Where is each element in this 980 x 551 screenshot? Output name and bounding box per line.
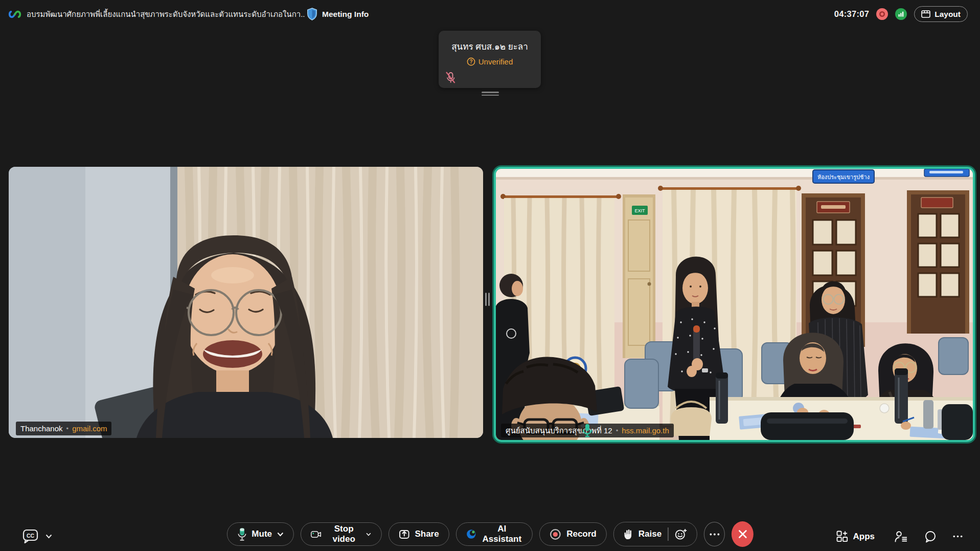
layout-button[interactable]: Layout — [914, 6, 968, 22]
divider — [668, 527, 669, 541]
chat-bubble-icon — [924, 531, 937, 543]
corner-sign — [924, 169, 969, 177]
mute-button[interactable]: Mute — [226, 522, 294, 546]
webex-logo-icon — [8, 8, 21, 21]
reactions-button[interactable] — [675, 528, 687, 540]
more-panels-button[interactable] — [953, 535, 963, 538]
record-button-label: Record — [566, 529, 597, 539]
meeting-info-label: Meeting Info — [322, 10, 369, 19]
chevron-down-icon — [277, 532, 284, 537]
more-options-button[interactable] — [704, 522, 725, 546]
meeting-info-button[interactable]: Meeting Info — [307, 0, 369, 28]
svg-text:CC: CC — [27, 533, 35, 539]
raised-hand-icon — [624, 528, 633, 540]
apps-grid-icon — [836, 531, 848, 542]
layout-button-label: Layout — [935, 10, 961, 19]
record-button[interactable]: Record — [539, 522, 607, 546]
stop-video-button-label: Stop video — [327, 524, 361, 544]
panel-controls-group: Apps — [833, 530, 963, 543]
share-screen-icon — [398, 528, 409, 540]
closed-captions-icon: CC — [21, 528, 39, 544]
layout-grid-icon — [921, 10, 930, 18]
popup-participant-name: สุนทร ศบส.๑๒ ยะลา — [439, 39, 541, 53]
room-sign: ห้องประชุมเขารูปช้าง — [813, 170, 874, 183]
left-video-feed — [9, 167, 483, 438]
raise-hand-button[interactable]: Raise — [624, 528, 662, 540]
separator-dot: • — [66, 425, 69, 432]
share-button-label: Share — [415, 529, 439, 539]
svg-text:EXIT: EXIT — [634, 208, 645, 213]
right-video-feed: ห้องประชุมเขารูปช้าง — [496, 169, 973, 440]
apps-button-label: Apps — [853, 532, 875, 542]
control-bar: CC Mute — [0, 519, 980, 551]
ellipsis-icon — [709, 533, 719, 536]
svg-text:?: ? — [469, 59, 472, 64]
exit-door: EXIT — [623, 194, 655, 358]
connection-quality-icon — [895, 8, 907, 20]
mute-button-label: Mute — [252, 529, 272, 539]
meeting-timer: 04:37:07 — [834, 9, 869, 19]
video-tile-active-speaker[interactable]: ห้องประชุมเขารูปช้าง — [494, 167, 975, 442]
tile-resize-handle[interactable] — [485, 293, 490, 306]
leave-meeting-button[interactable] — [732, 521, 754, 547]
raise-hand-reactions-group: Raise — [613, 522, 697, 546]
reaction-smiley-plus-icon — [675, 528, 687, 540]
svg-text:ห้องประชุมเขารูปช้าง: ห้องประชุมเขารูปช้าง — [817, 174, 870, 181]
video-tile-thanchanok[interactable]: Thanchanok • gmail.com — [9, 167, 483, 438]
topbar-right-group: 04:37:07 Layout — [834, 0, 968, 28]
participant-popup[interactable]: สุนทร ศบส.๑๒ ยะลา ? Unverified — [439, 31, 541, 88]
participant-domain: gmail.com — [72, 424, 107, 433]
participant-name: Thanchanok — [20, 424, 63, 433]
ai-assistant-button[interactable]: AI Assistant — [456, 522, 533, 546]
participant-name-badge: Thanchanok • gmail.com — [16, 422, 111, 435]
popup-drag-handle[interactable] — [482, 92, 499, 97]
active-speaker-badge: ศูนย์สนับสนุนบริการสุขภาพที่ 12 • hss.ma… — [501, 424, 674, 437]
stop-video-button[interactable]: Stop video — [301, 522, 381, 546]
chevron-down-icon — [45, 534, 52, 539]
recording-indicator-icon — [876, 8, 888, 20]
ellipsis-icon — [953, 535, 963, 538]
chevron-down-icon — [366, 532, 371, 537]
camera-icon — [311, 530, 322, 539]
speaking-microphone-icon — [501, 424, 674, 437]
chat-button[interactable] — [924, 531, 937, 543]
close-x-icon — [738, 530, 747, 539]
raise-hand-label: Raise — [639, 529, 662, 539]
meeting-title: อบรมพัฒนาศักยภาพพี่เลี้ยงแกนนำสุขภาพระดั… — [27, 8, 305, 20]
participants-button[interactable] — [894, 531, 908, 542]
meeting-title-group: อบรมพัฒนาศักยภาพพี่เลี้ยงแกนนำสุขภาพระดั… — [8, 0, 305, 28]
security-shield-icon — [307, 8, 317, 20]
call-controls-group: Mute Stop video — [226, 521, 753, 547]
unverified-question-icon: ? — [467, 57, 475, 66]
apps-button[interactable]: Apps — [833, 530, 878, 543]
microphone-muted-icon — [445, 71, 456, 84]
meeting-window: อบรมพัฒนาศักยภาพพี่เลี้ยงแกนนำสุขภาพระดั… — [0, 0, 980, 551]
popup-status-row: ? Unverified — [439, 57, 541, 66]
top-bar: อบรมพัฒนาศักยภาพพี่เลี้ยงแกนนำสุขภาพระดั… — [0, 0, 980, 28]
unverified-status-label: Unverified — [478, 57, 513, 66]
ai-assistant-icon — [466, 528, 476, 540]
meeting-room-door-2 — [907, 190, 969, 334]
participants-icon — [894, 531, 908, 542]
record-icon — [550, 528, 561, 540]
share-button[interactable]: Share — [388, 522, 449, 546]
microphone-icon — [237, 527, 246, 541]
closed-captions-button[interactable]: CC — [21, 528, 52, 544]
ai-assistant-button-label: AI Assistant — [482, 524, 523, 544]
